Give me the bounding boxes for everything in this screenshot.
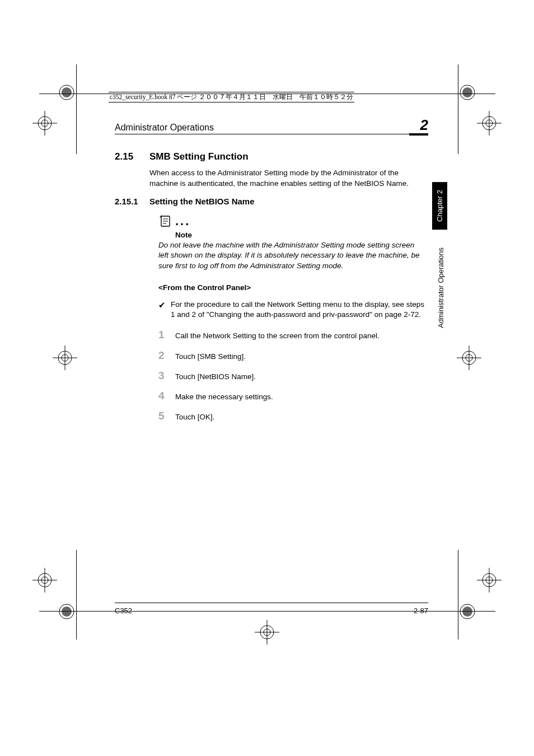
section-number: 2.15 xyxy=(115,151,149,162)
registration-mark-icon xyxy=(477,111,502,136)
registration-mark-icon xyxy=(53,346,77,370)
side-tab-title: Administrator Operations xyxy=(435,242,446,334)
check-bullet: ✔ For the procedure to call the Network … xyxy=(158,300,428,320)
step-2: 2 Touch [SMB Setting]. xyxy=(158,349,428,362)
step-text: Touch [NetBIOS Name]. xyxy=(175,372,428,382)
subsection-number: 2.15.1 xyxy=(115,197,149,206)
note-icon: ... xyxy=(158,214,428,228)
note-label: Note xyxy=(175,231,428,239)
running-head: Administrator Operations 2 xyxy=(115,118,428,134)
crop-line xyxy=(76,550,77,640)
crop-dot xyxy=(58,603,75,620)
svg-point-5 xyxy=(62,606,72,617)
crop-dot xyxy=(459,84,476,101)
step-text: Touch [OK]. xyxy=(175,412,428,422)
footer-left: C352 xyxy=(115,606,132,615)
svg-point-3 xyxy=(462,87,472,97)
chapter-number: 2 xyxy=(409,118,428,136)
step-text: Call the Network Setting to the screen f… xyxy=(175,331,428,341)
section-intro: When access to the Administrator Setting… xyxy=(149,168,428,189)
side-tab-chapter-text: Chapter 2 xyxy=(435,190,444,222)
step-number: 4 xyxy=(158,390,175,402)
crop-dot xyxy=(459,603,476,620)
step-3: 3 Touch [NetBIOS Name]. xyxy=(158,370,428,382)
subsection-title: Setting the NetBIOS Name xyxy=(149,197,255,206)
svg-point-7 xyxy=(462,606,472,617)
step-1: 1 Call the Network Setting to the screen… xyxy=(158,329,428,341)
registration-mark-icon xyxy=(255,620,279,645)
step-text: Touch [SMB Setting]. xyxy=(175,352,428,362)
page-footer: C352 2-87 xyxy=(115,603,428,615)
step-number: 1 xyxy=(158,329,175,341)
step-number: 2 xyxy=(158,349,175,362)
crop-line xyxy=(458,64,458,154)
crop-line xyxy=(76,64,77,154)
note-dots: ... xyxy=(175,214,190,228)
crop-dot xyxy=(58,84,75,101)
registration-mark-icon xyxy=(32,111,57,136)
registration-mark-icon xyxy=(32,568,57,592)
step-number: 3 xyxy=(158,370,175,382)
step-4: 4 Make the necessary settings. xyxy=(158,390,428,402)
section-heading: 2.15 SMB Setting Function xyxy=(115,151,428,162)
check-icon: ✔ xyxy=(158,300,171,320)
side-tab-chapter: Chapter 2 xyxy=(432,182,447,230)
footer-right: 2-87 xyxy=(414,606,428,615)
step-number: 5 xyxy=(158,410,175,422)
section-title: SMB Setting Function xyxy=(149,151,249,162)
svg-point-1 xyxy=(62,87,72,97)
registration-mark-icon xyxy=(477,568,502,592)
running-head-title: Administrator Operations xyxy=(115,123,214,133)
subsection-heading: 2.15.1 Setting the NetBIOS Name xyxy=(115,197,428,206)
file-header: c352_security_E.book 87 ページ ２００７年４月１１日 水… xyxy=(109,92,354,102)
page-body: Administrator Operations 2 2.15 SMB Sett… xyxy=(115,118,428,430)
crop-line xyxy=(458,550,458,640)
side-tab-title-text: Administrator Operations xyxy=(437,248,445,328)
step-5: 5 Touch [OK]. xyxy=(158,410,428,422)
step-text: Make the necessary settings. xyxy=(175,392,428,402)
control-panel-heading: <From the Control Panel> xyxy=(158,283,428,292)
registration-mark-icon xyxy=(457,346,481,370)
bullet-text: For the procedure to call the Network Se… xyxy=(171,300,428,320)
note-body: Do not leave the machine with the Admini… xyxy=(158,240,426,271)
